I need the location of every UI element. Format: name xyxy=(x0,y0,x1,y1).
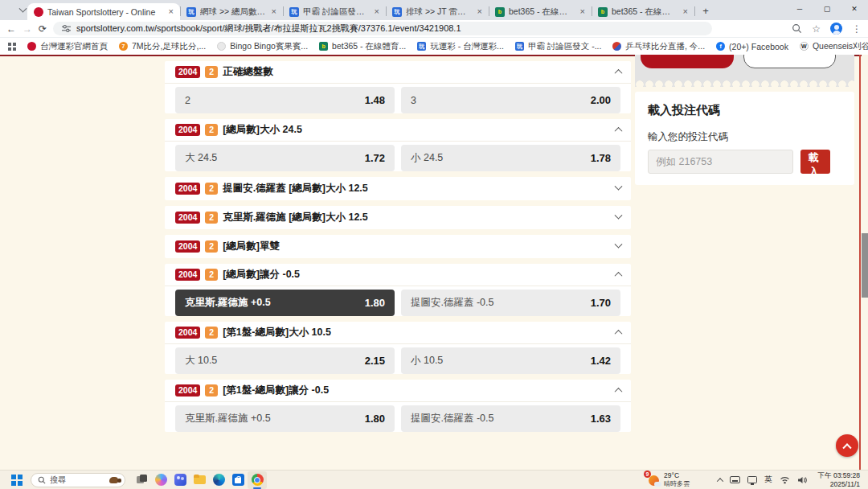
window-close-button[interactable]: ✕ xyxy=(841,0,868,18)
browser-tab[interactable]: 玩 網球 >> 總局數閒19.5？- 玩運 × xyxy=(180,3,283,20)
chevron-icon[interactable] xyxy=(615,272,623,280)
wifi-icon[interactable] xyxy=(780,476,790,484)
input-language[interactable]: 英 xyxy=(764,475,772,485)
clock-time: 下午 03:59:28 xyxy=(818,471,860,480)
option-label: 大 10.5 xyxy=(185,354,217,368)
load-button[interactable]: 載入 xyxy=(800,150,830,174)
betslip-secondary-button[interactable] xyxy=(743,55,836,68)
tab-title: bet365 - 在線體育投注 xyxy=(509,6,575,18)
tab-favicon: 玩 xyxy=(186,7,196,17)
odds-option-button[interactable]: 克里斯.羅德施 +0.5 1.80 xyxy=(175,290,395,316)
back-to-top-button[interactable] xyxy=(836,434,858,457)
market-header[interactable]: 2004 2 [總局數]大小 24.5 xyxy=(165,119,631,142)
odds-option-button[interactable]: 3 2.00 xyxy=(401,87,620,113)
tab-close-icon[interactable]: × xyxy=(476,7,484,16)
browser-tab[interactable]: Taiwan Sportslottery - Online × xyxy=(27,3,180,20)
new-tab-button[interactable]: + xyxy=(698,2,714,18)
bookmark-item[interactable]: b bet365 - 在線體育... xyxy=(319,41,406,52)
chevron-icon[interactable] xyxy=(615,127,623,135)
apps-grid-icon[interactable] xyxy=(8,43,16,51)
browser-toolbar: ← → ⟳ sportslottery.com.tw/sportsbook/sp… xyxy=(0,20,868,38)
back-button[interactable]: ← xyxy=(6,24,16,34)
odds-option-button[interactable]: 小 24.5 1.78 xyxy=(401,145,620,171)
tab-title: 排球 >> JT 雷霆 @ 大阪拓荒者 xyxy=(406,6,472,18)
tray-expand-icon[interactable] xyxy=(717,478,723,484)
tab-close-icon[interactable]: × xyxy=(579,7,587,16)
odds-option-button[interactable]: 提圖安.德羅蓋 -0.5 1.63 xyxy=(401,405,620,432)
edge-icon[interactable] xyxy=(209,471,228,489)
zoom-icon[interactable] xyxy=(792,23,802,34)
market-title: [總局數]單雙 xyxy=(223,240,280,253)
betslip-primary-button[interactable] xyxy=(641,55,734,68)
minimize-button[interactable]: ─ xyxy=(786,0,813,18)
copilot-icon[interactable] xyxy=(151,471,170,489)
tab-close-icon[interactable]: × xyxy=(373,7,381,16)
browser-tab[interactable]: b bet365 - 在線體育投注 × xyxy=(489,3,592,20)
market-code-badge: 2004 xyxy=(175,124,200,137)
browser-tab[interactable]: 玩 排球 >> JT 雷霆 @ 大阪拓荒者 × xyxy=(386,3,489,20)
taskbar-search[interactable]: 搜尋 xyxy=(31,473,125,487)
odds-option-button[interactable]: 大 10.5 2.15 xyxy=(175,347,395,374)
task-view-icon[interactable] xyxy=(132,471,151,489)
page-scrollbar[interactable] xyxy=(862,55,868,470)
tab-favicon: b xyxy=(495,7,505,17)
option-odds: 1.42 xyxy=(591,355,611,367)
tab-close-icon[interactable]: × xyxy=(270,7,278,16)
address-bar[interactable]: sportslottery.com.tw/sportsbook/sport/網球… xyxy=(53,22,712,35)
bookmark-item[interactable]: W Queenseis刈谷 - 維... xyxy=(800,41,868,52)
keyboard-icon[interactable] xyxy=(730,476,740,483)
chevron-icon[interactable] xyxy=(615,240,623,249)
bookmark-item[interactable]: 玩 甲霸 討論區發文 -... xyxy=(515,41,602,52)
market-header[interactable]: 2004 2 [總局數]單雙 xyxy=(165,235,631,258)
chevron-icon[interactable] xyxy=(615,212,623,220)
tab-search-chevron-icon[interactable] xyxy=(5,2,26,18)
market-header[interactable]: 2004 2 [總局數]讓分 -0.5 xyxy=(165,264,631,286)
odds-option-button[interactable]: 小 10.5 1.42 xyxy=(401,347,620,374)
taskbar-clock[interactable]: 下午 03:59:28 2025/11/1 xyxy=(818,471,860,488)
chrome-icon[interactable] xyxy=(248,471,267,489)
reload-button[interactable]: ⟳ xyxy=(39,24,47,34)
market-header[interactable]: 2004 2 提圖安.德羅蓋 [總局數]大小 12.5 xyxy=(165,177,631,200)
profile-avatar[interactable] xyxy=(830,23,842,35)
market-options: 克里斯.羅德施 +0.5 1.80 提圖安.德羅蓋 -0.5 1.63 xyxy=(165,402,631,432)
tab-close-icon[interactable]: × xyxy=(682,7,690,16)
browser-tab[interactable]: 玩 甲霸 討論區發文 - 玩運彩 台灣 × xyxy=(283,3,386,20)
forward-button[interactable]: → xyxy=(23,24,32,34)
bookmark-item[interactable]: 台灣運彩官網首頁 xyxy=(27,41,108,52)
bookmark-item[interactable]: 乒乓球比分直播, 今... xyxy=(612,41,705,52)
bet-code-input[interactable] xyxy=(648,150,793,174)
browser-tab[interactable]: b bet365 - 在線體育投注 × xyxy=(592,3,694,20)
browser-menu-icon[interactable]: ⋮ xyxy=(852,23,862,35)
market-header[interactable]: 2004 2 克里斯.羅德施 [總局數]大小 12.5 xyxy=(165,206,631,229)
bookmark-item[interactable]: Bingo Bingo賓果賓... xyxy=(217,41,308,52)
maximize-button[interactable]: ▢ xyxy=(813,0,841,18)
option-label: 小 10.5 xyxy=(411,354,443,368)
markets-column: 2004 2 正確總盤數 2 1.48 3 2.00 2004 2 xyxy=(165,61,631,432)
chevron-icon[interactable] xyxy=(615,69,623,77)
bookmark-star-icon[interactable]: ☆ xyxy=(812,23,821,35)
tab-close-icon[interactable]: × xyxy=(167,7,175,16)
weather-widget[interactable]: 9 29°C 晴時多雲 xyxy=(648,472,690,487)
odds-option-button[interactable]: 克里斯.羅德施 +0.5 1.80 xyxy=(175,405,395,432)
bookmark-item[interactable]: 7 7M比分,足球比分,... xyxy=(119,41,206,52)
tab-favicon: 玩 xyxy=(392,7,402,17)
volume-icon[interactable] xyxy=(797,476,808,484)
bookmark-item[interactable]: f (20+) Facebook xyxy=(716,42,788,51)
monitor-icon[interactable] xyxy=(747,476,757,483)
chevron-icon[interactable] xyxy=(615,388,623,396)
odds-option-button[interactable]: 2 1.48 xyxy=(175,87,395,113)
market-header[interactable]: 2004 2 [第1盤-總局數]讓分 -0.5 xyxy=(165,380,631,402)
chevron-icon[interactable] xyxy=(615,330,623,338)
market-header[interactable]: 2004 2 [第1盤-總局數]大小 10.5 xyxy=(165,322,631,344)
store-icon[interactable] xyxy=(228,471,248,489)
chevron-icon[interactable] xyxy=(615,183,623,191)
odds-option-button[interactable]: 大 24.5 1.72 xyxy=(175,145,395,171)
windows-start-icon[interactable] xyxy=(11,475,23,486)
market-header[interactable]: 2004 2 正確總盤數 xyxy=(165,61,631,84)
site-settings-icon[interactable] xyxy=(61,24,72,33)
scrollbar-thumb[interactable] xyxy=(862,233,868,298)
file-explorer-icon[interactable] xyxy=(190,471,209,489)
teams-icon[interactable] xyxy=(170,471,190,489)
bookmark-item[interactable]: 玩 玩運彩 - 台灣運彩... xyxy=(417,41,504,52)
odds-option-button[interactable]: 提圖安.德羅蓋 -0.5 1.70 xyxy=(401,290,620,316)
